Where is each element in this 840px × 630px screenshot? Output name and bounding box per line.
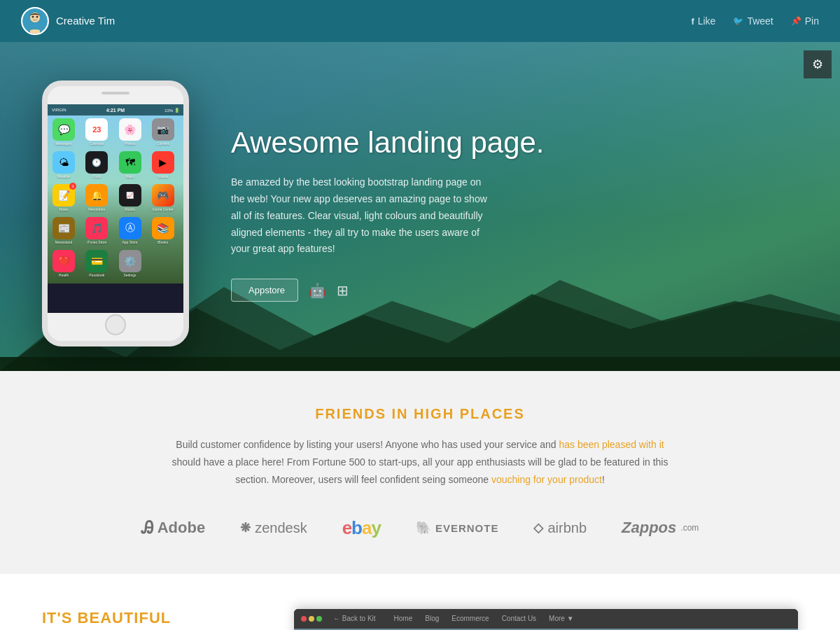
phone-app-passbook: 💳 Passbook xyxy=(83,250,110,281)
logo-avatar xyxy=(21,7,49,35)
pinterest-pin-label: Pin xyxy=(805,15,819,27)
adobe-icon: Ꭿ xyxy=(141,518,153,538)
phone-app-clock: 🕐 Clock xyxy=(83,151,110,182)
twitter-tweet-button[interactable]: 🐦 Tweet xyxy=(733,15,773,27)
airbnb-label: airbnb xyxy=(547,520,587,536)
phone-app-weather: 🌤 Weather xyxy=(50,151,77,182)
beautiful-title-accent: FUL xyxy=(139,609,171,626)
phone-app-ibooks: 📚 iBooks xyxy=(150,217,176,248)
hero-subtitle: Be amazed by the best looking bootstrap … xyxy=(231,174,497,258)
zendesk-label: zendesk xyxy=(255,520,307,536)
friends-section-title: FRIENDS IN HIGH PLACES xyxy=(21,406,819,422)
twitter-icon: 🐦 xyxy=(733,16,743,26)
svg-rect-5 xyxy=(40,29,42,34)
hero-text-area: Awesome landing page. Be amazed by the b… xyxy=(231,111,798,302)
friends-section-text: Build customer confidence by listing you… xyxy=(168,436,672,489)
phone-app-itunes: 🎵 iTunes Store xyxy=(83,217,110,248)
phone-app-notes: 📝 3 Notes xyxy=(50,184,77,215)
facebook-like-label: Like xyxy=(698,15,716,27)
brand-zendesk: ❋ zendesk xyxy=(240,520,307,536)
appstore-label: Appstore xyxy=(248,285,285,295)
beautiful-title: IT'S BEAUTIFUL xyxy=(42,609,252,627)
social-links: f Like 🐦 Tweet 📌 Pin xyxy=(691,15,819,27)
beautiful-section: IT'S BEAUTIFUL A clean responsive landin… xyxy=(0,574,840,630)
evernote-icon: 🐘 xyxy=(416,520,431,536)
svg-point-3 xyxy=(36,16,38,18)
phone-speaker xyxy=(102,92,130,94)
browser-mockup: ← Back to Kit Home Blog Ecommerce Contac… xyxy=(294,609,798,630)
phone-app-reminders: 🔔 Reminders xyxy=(83,184,110,215)
brand-adobe: Ꭿ Adobe xyxy=(141,518,205,538)
phone-app-stocks: 📈 Stocks xyxy=(117,184,144,215)
appstore-button[interactable]: Appstore xyxy=(231,279,298,302)
phone-apps-grid: 💬 Messages 23 Calendar 🌸 Photos 📷 xyxy=(48,115,183,284)
windows-button[interactable]: ⊞ xyxy=(337,281,349,300)
phone-app-newsstand: 📰 Newsstand xyxy=(50,217,77,248)
phone-app-camera: 📷 Camera xyxy=(150,118,176,149)
brand-zappos: Zappos .com xyxy=(622,519,699,537)
friends-text-link-1[interactable]: has been pleased with it xyxy=(559,439,664,450)
browser-nav-home[interactable]: Home xyxy=(394,615,413,622)
browser-maximize-dot[interactable] xyxy=(316,616,322,622)
zappos-suffix: .com xyxy=(680,523,699,533)
ebay-label: ebay xyxy=(342,517,381,539)
facebook-like-button[interactable]: f Like xyxy=(691,15,715,27)
browser-close-dot[interactable] xyxy=(301,616,307,622)
browser-back-button[interactable]: ← Back to Kit xyxy=(333,615,376,622)
phone-battery: 22% 🔋 xyxy=(164,108,179,113)
phone-home-button[interactable] xyxy=(105,314,126,335)
logo-text: Creative Tim xyxy=(56,15,115,27)
brand-ebay: ebay xyxy=(342,517,381,539)
phone-app-photos: 🌸 Photos xyxy=(117,118,144,149)
android-icon: 🤖 xyxy=(309,283,326,298)
facebook-icon: f xyxy=(691,16,694,27)
browser-nav-ecommerce[interactable]: Ecommerce xyxy=(451,615,489,622)
zappos-label: Zappos xyxy=(622,519,676,537)
svg-point-2 xyxy=(32,16,34,18)
phone-carrier: VIRGIN xyxy=(52,108,66,112)
brand-airbnb: ◇ airbnb xyxy=(533,520,587,536)
phone-time: 4:21 PM xyxy=(106,108,125,113)
browser-topbar: ← Back to Kit Home Blog Ecommerce Contac… xyxy=(294,609,798,629)
phone-app-settings: ⚙️ Settings xyxy=(117,250,144,281)
browser-nav-blog[interactable]: Blog xyxy=(425,615,439,622)
phone-app-gamecenter: 🎮 Game Center xyxy=(150,184,176,215)
zendesk-icon: ❋ xyxy=(240,520,251,536)
browser-minimize-dot[interactable] xyxy=(309,616,314,622)
phone-app-messages: 💬 Messages xyxy=(50,118,77,149)
phone-screen: VIRGIN 4:21 PM 22% 🔋 💬 Messages 23 Calen… xyxy=(48,104,183,313)
phone-app-maps: 🗺 Maps xyxy=(117,151,144,182)
hero-title: Awesome landing page. xyxy=(231,125,798,160)
browser-nav-dots xyxy=(301,616,322,622)
beautiful-title-normal: IT'S BEAUTI xyxy=(42,609,139,626)
beautiful-text-area: IT'S BEAUTIFUL A clean responsive landin… xyxy=(42,609,252,630)
friends-text-link-2[interactable]: vouching for your product xyxy=(491,474,602,485)
svg-rect-4 xyxy=(28,29,30,34)
phone-app-calendar: 23 Calendar xyxy=(83,118,110,149)
phone-app-appstore: Ⓐ App Store xyxy=(117,217,144,248)
airbnb-icon: ◇ xyxy=(533,520,543,536)
hero-cta-buttons: Appstore 🤖 ⊞ xyxy=(231,279,798,302)
twitter-tweet-label: Tweet xyxy=(747,15,773,27)
logo[interactable]: Creative Tim xyxy=(21,7,115,35)
hero-section: ⚙ VIRGIN 4:21 PM 22% 🔋 💬 Messages xyxy=(0,42,840,371)
phone-mockup: VIRGIN 4:21 PM 22% 🔋 💬 Messages 23 Calen… xyxy=(42,80,203,346)
settings-gear-button[interactable]: ⚙ xyxy=(804,50,832,78)
android-button[interactable]: 🤖 xyxy=(309,281,326,300)
pinterest-pin-button[interactable]: 📌 Pin xyxy=(791,15,819,27)
windows-icon: ⊞ xyxy=(337,283,349,298)
adobe-label: Adobe xyxy=(158,519,205,537)
browser-nav-more[interactable]: More ▼ xyxy=(549,615,573,622)
phone-app-videos: ▶ Videos xyxy=(150,151,176,182)
phone-app-health: ❤️ Health xyxy=(50,250,77,281)
gear-icon: ⚙ xyxy=(812,57,823,72)
evernote-label: EVERNOTE xyxy=(435,522,499,534)
brands-row: Ꭿ Adobe ❋ zendesk ebay 🐘 EVERNOTE ◇ airb… xyxy=(21,517,819,539)
friends-section: FRIENDS IN HIGH PLACES Build customer co… xyxy=(0,371,840,574)
pinterest-icon: 📌 xyxy=(791,16,802,26)
brand-evernote: 🐘 EVERNOTE xyxy=(416,520,499,536)
browser-nav-contact[interactable]: Contact Us xyxy=(502,615,536,622)
header: Creative Tim f Like 🐦 Tweet 📌 Pin xyxy=(0,0,840,42)
